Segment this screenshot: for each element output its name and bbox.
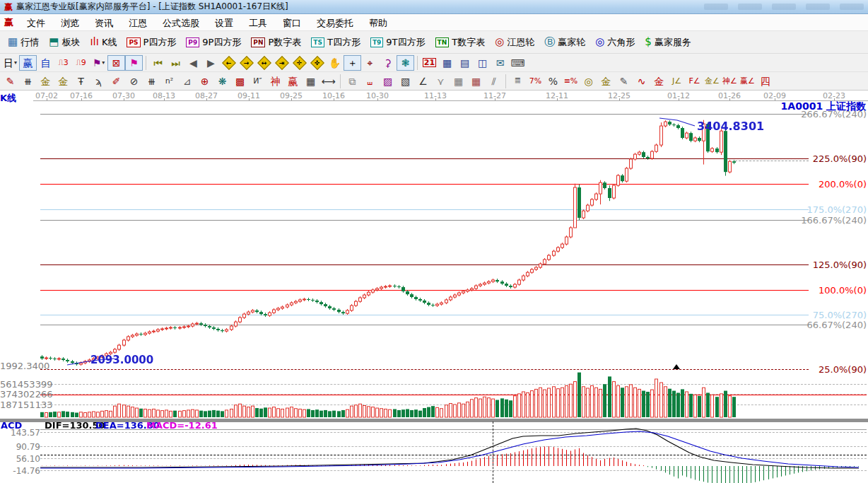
v-lines-button[interactable]: ⋎ [432, 74, 450, 89]
brain-tool-button[interactable]: ❃ [397, 55, 414, 71]
toolbar-9p-square-button[interactable]: P99P四方形 [181, 33, 246, 52]
gold-red-button[interactable]: 金 [650, 74, 668, 89]
ray-fan-button[interactable]: ⧢ [361, 74, 379, 89]
menu-交易委托[interactable]: 交易委托 [309, 16, 361, 30]
toolbar-winner-wheel-button[interactable]: Ⓑ赢家轮 [539, 33, 590, 52]
ying-fence-button[interactable]: 赢 [284, 74, 302, 89]
menu-浏览[interactable]: 浏览 [53, 16, 87, 30]
star-web-button[interactable]: ❋ [213, 74, 231, 89]
shen-angle-button[interactable]: 神∠ [721, 74, 739, 89]
menu-帮助[interactable]: 帮助 [361, 16, 395, 30]
four-lines-button[interactable]: 四 [756, 74, 774, 89]
diamond-right-button[interactable]: → [237, 55, 255, 71]
toolbar-winner-service-button[interactable]: $赢家服务 [640, 33, 696, 52]
menu-江恩[interactable]: 江恩 [121, 16, 155, 30]
parallel-lines-button[interactable]: ⫽ [485, 74, 503, 89]
h-expand-button[interactable]: ⟷ [319, 74, 337, 89]
menu-公式选股[interactable]: 公式选股 [155, 16, 207, 30]
hand-tool-button[interactable]: ✋ [326, 55, 344, 71]
percent-7-button[interactable]: 7% [527, 74, 544, 89]
menu-工具[interactable]: 工具 [241, 16, 275, 30]
toolbar-quotes-button[interactable]: ▦行情 [3, 33, 44, 52]
time-circle-button[interactable]: ⊘ [125, 74, 143, 89]
toolbar-p-square-button[interactable]: PSP四方形 [122, 33, 181, 52]
grid-123-button[interactable]: ▦ [302, 74, 319, 89]
grid-dark-1-button[interactable]: ▦ [450, 74, 467, 89]
send-mail-button[interactable]: ✉ [491, 55, 509, 71]
gold-fence-1-button[interactable]: 金 [37, 74, 54, 89]
toolbar-hexagon-button[interactable]: ◎六角形 [590, 33, 640, 52]
gold-fence-2-button[interactable]: 金 [54, 74, 72, 89]
gann-fence-button[interactable]: ⧻ [19, 74, 37, 89]
j-angle-button[interactable]: J∠ [668, 74, 686, 89]
toolbar-gann-wheel-button[interactable]: ◎江恩轮 [490, 33, 539, 52]
menu-资讯[interactable]: 资讯 [87, 16, 121, 30]
save-button[interactable]: ◫ [474, 55, 491, 71]
diamond-expand-button[interactable]: ↔ [255, 55, 273, 71]
notes-button[interactable]: ▤ [456, 55, 474, 71]
period-selector-button[interactable]: 日▾ [1, 55, 19, 71]
gold-angle-button[interactable]: 金∠ [703, 74, 721, 89]
calculator-button[interactable]: ▦ [438, 55, 456, 71]
prev-bar-button[interactable]: ◀ [184, 55, 202, 71]
title-bar[interactable]: 赢 赢家江恩专业版[赢家内部服务平台] - [上证指数 SH1A0001-167… [0, 0, 868, 14]
toolbar-9t-square-button[interactable]: T99T四方形 [365, 33, 430, 52]
measure-tool-button[interactable]: ⌖ [361, 55, 379, 71]
fan-box-1-button[interactable]: ▨ [379, 74, 397, 89]
wave-3-button[interactable]: ⎍3 [54, 55, 72, 71]
fence-2-button[interactable]: ⧻ [143, 74, 160, 89]
wave-9-button[interactable]: ⎍9 [72, 55, 90, 71]
percent-button[interactable]: % [544, 74, 562, 89]
last-bar-button[interactable]: ⏭ [167, 55, 184, 71]
diamond-compress-button[interactable]: ⇥ [273, 55, 291, 71]
gann-frame-button[interactable]: ⊠ [107, 55, 125, 71]
self-select-view-button[interactable]: 自 [37, 55, 54, 71]
f-angle-button[interactable]: F∠ [686, 74, 703, 89]
winner-view-button[interactable]: 赢 [19, 55, 37, 71]
toolbar-t-square-button[interactable]: TST四方形 [306, 33, 365, 52]
pencil-chart-button[interactable]: ✐ [107, 74, 125, 89]
grid-dark-2-button[interactable]: ▦ [467, 74, 485, 89]
next-bar-button[interactable]: ▶ [202, 55, 220, 71]
shen-fence-button[interactable]: 神 [266, 74, 284, 89]
fan-box-2-button[interactable]: ▧ [397, 74, 414, 89]
toolbar-sectors-button[interactable]: ⬒板块 [44, 33, 85, 52]
flag-dropdown-button[interactable]: ⚑▾ [90, 55, 107, 71]
pencil-bars-button[interactable]: ✎ [615, 74, 633, 89]
square-web-button[interactable]: ▩ [231, 74, 249, 89]
crosshair-tool-button[interactable]: ＋ [344, 55, 361, 71]
kline-chart-area[interactable]: 日K线 07-0207-1607-3008-1308-2709-1109-251… [0, 91, 868, 483]
self-select-view-icon: 自 [41, 58, 51, 68]
diamond-center-button[interactable]: ✛ [291, 55, 308, 71]
angle-lines-button[interactable]: ∠ [414, 74, 432, 89]
i-quote-button[interactable]: И″ [249, 74, 266, 89]
pencil-button[interactable]: ✎ [1, 74, 19, 89]
menu-窗口[interactable]: 窗口 [275, 16, 309, 30]
toolbar-t-number-table-button[interactable]: TNT数字表 [430, 33, 491, 52]
toolbar-p-number-table-button[interactable]: PNP数字表 [246, 33, 306, 52]
menu-设置[interactable]: 设置 [207, 16, 241, 30]
calendar-21-button[interactable]: 21 [421, 55, 438, 71]
f-fence-button[interactable]: Ŧ [72, 74, 90, 89]
mirror-a-button[interactable]: ⊿ [178, 74, 196, 89]
computer-button[interactable]: ⌨ [509, 55, 527, 71]
gold-circle-button[interactable]: ◎ [580, 74, 597, 89]
first-bar-button[interactable]: ⏮ [149, 55, 167, 71]
color-chart-button[interactable]: ⚑ [125, 55, 143, 71]
toolbar-kline-button[interactable]: ılıK线 [85, 33, 122, 52]
menu-文件[interactable]: 文件 [19, 16, 53, 30]
scale-ruler-button[interactable]: 𝄜 [509, 74, 527, 89]
spiral-button[interactable]: ϡ [90, 74, 107, 89]
diamond-all-button[interactable]: ✜ [308, 55, 326, 71]
ying-angle-button[interactable]: 赢∠ [739, 74, 756, 89]
wave-red-button[interactable]: ∿ [633, 74, 650, 89]
percent-7-icon: 7% [529, 77, 541, 85]
n-square-button[interactable]: n² [160, 74, 178, 89]
shen-angle-icon: 神∠ [722, 77, 737, 85]
percent-lines-button[interactable]: ≡% [562, 74, 580, 89]
gold-lines-button[interactable]: 金 [597, 74, 615, 89]
diamond-left-button[interactable]: ← [220, 55, 237, 71]
gann-tool-purple-button[interactable]: ⚳ [379, 55, 397, 71]
circle-cross-button[interactable]: ⊕ [196, 74, 213, 89]
box-tool-button[interactable]: ⧉ [344, 74, 361, 89]
